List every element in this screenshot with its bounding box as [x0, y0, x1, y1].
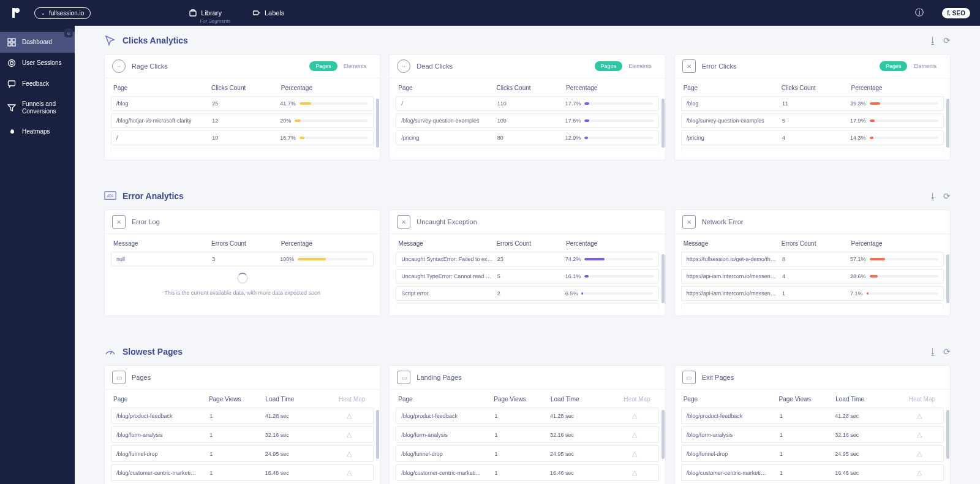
- cell-views: 1: [495, 451, 550, 457]
- table-row[interactable]: /pricing 4 14.3%: [681, 130, 944, 145]
- card-tabs: Pages Elements: [309, 61, 372, 71]
- table-row[interactable]: /blog/funnel-drop 1 24.95 sec △: [681, 445, 944, 462]
- cell-views: 1: [209, 470, 265, 476]
- scrollbar[interactable]: [662, 254, 665, 303]
- table-row[interactable]: Uncaught SyntaxError: Failed to ex… 23 7…: [396, 252, 658, 267]
- heatmap-icon[interactable]: △: [347, 431, 352, 438]
- nav-library-label: Library: [201, 9, 222, 17]
- cell-load-time: 24.95 sec: [265, 451, 331, 457]
- heatmap-icon[interactable]: △: [632, 412, 637, 419]
- scrollbar[interactable]: [662, 410, 665, 459]
- table-row[interactable]: /blog/form-analysis 1 32.16 sec △: [111, 426, 374, 443]
- sidebar-item-feedback[interactable]: Feedback: [0, 74, 75, 94]
- table-row[interactable]: / 10 16.7%: [111, 130, 374, 145]
- table-row[interactable]: /blog 25 41.7%: [111, 96, 374, 111]
- table-row[interactable]: /pricing 80 12.9%: [396, 130, 658, 145]
- tab-pages[interactable]: Pages: [309, 61, 337, 71]
- svg-rect-0: [190, 11, 196, 16]
- table-row[interactable]: [681, 148, 944, 154]
- table-row[interactable]: [681, 303, 944, 309]
- refresh-icon[interactable]: ⟳: [943, 347, 951, 357]
- cell-views: 1: [780, 451, 835, 457]
- table-row[interactable]: null 3 100%: [111, 252, 374, 267]
- scrollbar[interactable]: [376, 99, 379, 148]
- table-row[interactable]: https://api-iam.intercom.io/messen… 4 28…: [681, 269, 944, 284]
- heatmap-icon[interactable]: △: [917, 469, 922, 476]
- sidebar-item-heatmaps[interactable]: Heatmaps: [0, 121, 75, 142]
- tab-pages[interactable]: Pages: [595, 61, 623, 71]
- table-row[interactable]: /blog/customer-centric-marketi… 1 16.46 …: [111, 464, 374, 481]
- heatmap-icon[interactable]: △: [917, 450, 922, 457]
- heatmap-icon[interactable]: △: [917, 412, 922, 419]
- svg-rect-5: [12, 43, 15, 46]
- sidebar-item-funnels-and-conversions[interactable]: Funnels and Conversions: [0, 94, 75, 121]
- tab-elements[interactable]: Elements: [622, 61, 658, 71]
- table-row[interactable]: [111, 148, 374, 154]
- heatmap-icon[interactable]: △: [347, 450, 352, 457]
- scrollbar[interactable]: [946, 254, 949, 303]
- download-icon[interactable]: ⭳: [929, 347, 937, 357]
- refresh-icon[interactable]: ⟳: [943, 36, 951, 45]
- nav-labels[interactable]: Labels: [252, 9, 284, 17]
- scrollbar[interactable]: [662, 99, 665, 148]
- table-row[interactable]: [396, 303, 658, 309]
- heatmap-icon[interactable]: △: [632, 469, 637, 476]
- sidebar-collapse[interactable]: «: [64, 29, 73, 37]
- table-row[interactable]: /blog/customer-centric-marketi… 1 16.46 …: [396, 464, 658, 481]
- table-row[interactable]: / 110 17.7%: [396, 96, 658, 111]
- cell-pct: 57.1%: [850, 256, 938, 262]
- table-row[interactable]: /blog/survey-question-examples 109 17.6%: [396, 113, 658, 128]
- cell-pct: 17.9%: [850, 118, 938, 124]
- table-row[interactable]: /blog/funnel-drop 1 24.95 sec △: [396, 445, 658, 462]
- svg-rect-4: [8, 43, 11, 46]
- heatmap-icon[interactable]: △: [347, 412, 352, 419]
- table-row[interactable]: /blog 11 39.3%: [681, 96, 944, 111]
- download-icon[interactable]: ⭳: [929, 36, 937, 45]
- tab-elements[interactable]: Elements: [337, 61, 373, 71]
- cell-count: 2: [497, 290, 565, 297]
- sidebar-item-dashboard[interactable]: Dashboard: [0, 32, 75, 53]
- info-icon[interactable]: ⓘ: [915, 7, 924, 18]
- tab-elements[interactable]: Elements: [907, 61, 943, 71]
- table-row[interactable]: /blog/form-analysis 1 32.16 sec △: [681, 426, 944, 443]
- section-clicks-analytics: Clicks Analytics ⭳ ⟳ ·· Rage Clicks Page…: [104, 34, 951, 161]
- table-body: /blog/product-feedback 1 41.28 sec △ /bl…: [390, 407, 665, 484]
- table-row[interactable]: /blog/funnel-drop 1 24.95 sec △: [111, 445, 374, 462]
- cell-pct: 28.6%: [850, 273, 938, 279]
- scrollbar[interactable]: [946, 99, 949, 148]
- table-row[interactable]: /blog/product-feedback 1 41.28 sec △: [111, 407, 374, 424]
- table-row[interactable]: Script error. 2 6.5%: [396, 286, 658, 301]
- table-row[interactable]: /blog/form-analysis 1 32.16 sec △: [396, 426, 658, 443]
- card-title: Error Clicks: [702, 62, 737, 70]
- table-row[interactable]: https://api-iam.intercom.io/messen… 1 7.…: [681, 286, 944, 301]
- domain-selector[interactable]: ⌄ fullsession.io: [34, 7, 91, 19]
- table-row[interactable]: /blog/product-feedback 1 41.28 sec △: [396, 407, 658, 424]
- table-row[interactable]: /blog/survey-question-examples 5 17.9%: [681, 113, 944, 128]
- nav-library[interactable]: Library For Segments: [189, 9, 222, 17]
- table-row[interactable]: /blog/hotjar-vs-microsoft-clarity 12 20%: [111, 113, 374, 128]
- heatmap-icon[interactable]: △: [347, 469, 352, 476]
- tab-pages[interactable]: Pages: [880, 61, 908, 71]
- card-title: Uncaught Exception: [417, 218, 477, 225]
- table-row[interactable]: Uncaught TypeError: Cannot read … 5 16.1…: [396, 269, 658, 284]
- cell-label: /blog/hotjar-vs-microsoft-clarity: [116, 118, 212, 124]
- table-row[interactable]: https://fullsession.io/get-a-demo/th… 8 …: [681, 252, 944, 267]
- scrollbar[interactable]: [376, 410, 379, 459]
- sidebar-item-user-sessions[interactable]: User Sessions: [0, 53, 75, 74]
- heatmap-icon[interactable]: △: [632, 431, 637, 438]
- table-row[interactable]: [396, 148, 658, 154]
- user-badge[interactable]: f. SEO: [942, 8, 970, 18]
- cell-views: 1: [780, 432, 835, 438]
- table-body: null 3 100% This is the current availabl…: [105, 252, 380, 303]
- card-header: ▭ Exit Pages: [675, 366, 950, 390]
- table-row[interactable]: /blog/product-feedback 1 41.28 sec △: [681, 407, 944, 424]
- refresh-icon[interactable]: ⟳: [943, 191, 951, 201]
- heatmap-icon[interactable]: △: [632, 450, 637, 457]
- scrollbar[interactable]: [946, 410, 949, 459]
- cell-pct: 17.7%: [565, 100, 654, 107]
- heatmap-icon[interactable]: △: [917, 431, 922, 438]
- table-body: https://fullsession.io/get-a-demo/th… 8 …: [675, 252, 950, 316]
- table-row[interactable]: /blog/customer-centric-marketi… 1 16.46 …: [681, 464, 944, 481]
- download-icon[interactable]: ⭳: [929, 191, 937, 201]
- section-slowest-pages: Slowest Pages ⭳ ⟳ ▭ Pages Page Page View…: [104, 346, 951, 484]
